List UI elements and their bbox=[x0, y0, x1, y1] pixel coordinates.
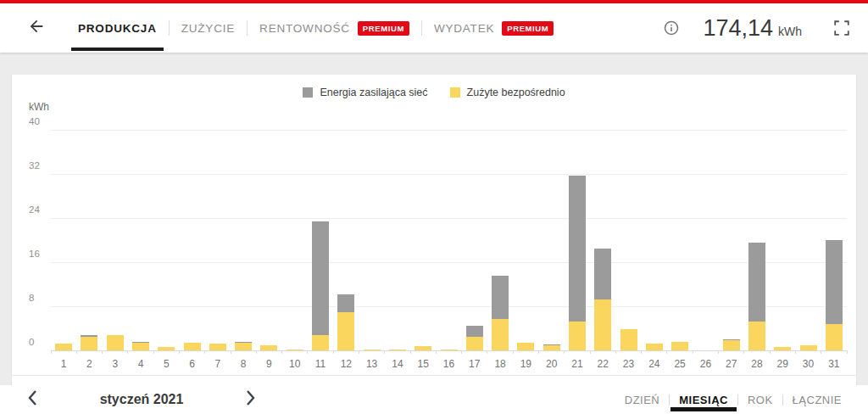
bar-grid-feed[interactable] bbox=[569, 176, 586, 322]
x-axis-label: 4 bbox=[128, 358, 153, 370]
fullscreen-icon[interactable] bbox=[832, 19, 851, 37]
bar-grid-feed[interactable] bbox=[466, 326, 483, 336]
x-axis-tick bbox=[615, 350, 616, 354]
bar-grid-feed[interactable] bbox=[312, 221, 329, 336]
bar-grid-feed[interactable] bbox=[492, 276, 509, 319]
x-axis-tick bbox=[204, 350, 205, 354]
x-axis-label: 31 bbox=[821, 358, 847, 370]
x-axis-tick bbox=[51, 350, 52, 354]
bar-direct-use[interactable] bbox=[312, 335, 329, 350]
x-axis-tick bbox=[564, 350, 565, 354]
y-axis-tick-label: 0 bbox=[29, 337, 34, 347]
bar-grid-feed[interactable] bbox=[337, 294, 354, 312]
x-axis-tick bbox=[513, 350, 514, 354]
bar-direct-use[interactable] bbox=[107, 335, 124, 350]
bar-direct-use[interactable] bbox=[209, 344, 226, 350]
x-axis-tick bbox=[307, 350, 308, 354]
bar-grid-feed[interactable] bbox=[543, 344, 560, 345]
bar-direct-use[interactable] bbox=[723, 340, 740, 350]
bar-direct-use[interactable] bbox=[287, 350, 303, 350]
x-axis-label: 8 bbox=[231, 358, 256, 370]
y-axis-tick-label: 40 bbox=[29, 116, 40, 126]
bar-direct-use[interactable] bbox=[337, 312, 354, 350]
period-tab-dzien[interactable]: DZIEŃ bbox=[615, 385, 670, 414]
header-tab-produkcja[interactable]: PRODUKCJA bbox=[66, 3, 169, 53]
period-tab-label: ŁĄCZNIE bbox=[793, 394, 842, 406]
bar-grid-feed[interactable] bbox=[826, 240, 843, 324]
bar-direct-use[interactable] bbox=[55, 344, 72, 350]
bar-grid-feed[interactable] bbox=[235, 342, 252, 343]
x-axis-label: 2 bbox=[76, 358, 102, 370]
bar-grid-feed[interactable] bbox=[748, 243, 765, 322]
y-axis-tick-label: 16 bbox=[29, 249, 40, 259]
bar-direct-use[interactable] bbox=[620, 329, 637, 350]
bar-direct-use[interactable] bbox=[826, 324, 843, 350]
bar-direct-use[interactable] bbox=[184, 343, 201, 350]
x-axis-tick bbox=[538, 350, 539, 354]
gridline bbox=[51, 174, 847, 175]
bar-direct-use[interactable] bbox=[81, 337, 97, 350]
y-axis-tick-label: 32 bbox=[29, 160, 40, 171]
bar-direct-use[interactable] bbox=[800, 345, 817, 351]
bar-direct-use[interactable] bbox=[671, 342, 688, 350]
bar-direct-use[interactable] bbox=[235, 343, 252, 350]
bar-direct-use[interactable] bbox=[132, 343, 149, 350]
header-tab-wydatek[interactable]: WYDATEK PREMIUM bbox=[422, 3, 565, 53]
next-month-button[interactable] bbox=[244, 388, 258, 411]
bar-direct-use[interactable] bbox=[441, 350, 458, 350]
bar-grid-feed[interactable] bbox=[132, 342, 149, 343]
x-axis-tick bbox=[281, 350, 282, 354]
card-bottom-divider bbox=[12, 375, 856, 376]
legend-item-direct-use[interactable]: Zużyte bezpośrednio bbox=[450, 87, 565, 98]
bar-direct-use[interactable] bbox=[158, 347, 175, 350]
legend-item-grid-feed[interactable]: Energia zasilająca sieć bbox=[303, 87, 427, 98]
bar-direct-use[interactable] bbox=[260, 345, 277, 351]
x-axis-label: 11 bbox=[308, 358, 333, 370]
tab-label: WYDATEK bbox=[434, 22, 494, 35]
premium-badge: PREMIUM bbox=[502, 21, 554, 36]
bar-grid-feed[interactable] bbox=[723, 339, 740, 340]
bar-direct-use[interactable] bbox=[543, 345, 560, 351]
x-axis-label: 7 bbox=[205, 358, 231, 370]
tab-label: ZUŻYCIE bbox=[181, 22, 235, 35]
bar-direct-use[interactable] bbox=[364, 350, 381, 350]
period-tab-miesiac[interactable]: MIESIĄC bbox=[670, 385, 737, 414]
x-axis-tick bbox=[590, 350, 591, 354]
x-axis-label: 28 bbox=[744, 358, 770, 370]
footer-toolbar: styczeń 2021 DZIEŃ MIESIĄC ROK ŁĄCZNIE bbox=[0, 385, 868, 414]
info-icon[interactable] bbox=[664, 20, 679, 36]
bar-direct-use[interactable] bbox=[646, 344, 663, 350]
x-axis-tick bbox=[231, 350, 231, 354]
back-button[interactable] bbox=[27, 17, 46, 39]
x-axis-label: 14 bbox=[385, 358, 410, 370]
bar-direct-use[interactable] bbox=[774, 347, 791, 350]
bar-grid-feed[interactable] bbox=[594, 249, 611, 299]
bar-direct-use[interactable] bbox=[594, 299, 611, 350]
bar-direct-use[interactable] bbox=[492, 319, 509, 350]
header-tab-zuzycie[interactable]: ZUŻYCIE bbox=[170, 3, 247, 53]
header-tab-rentownosc[interactable]: RENTOWNOŚĆ PREMIUM bbox=[248, 3, 421, 53]
x-axis-tick bbox=[821, 350, 821, 354]
total-production: 174,14 kWh bbox=[703, 15, 802, 42]
tab-label: RENTOWNOŚĆ bbox=[259, 22, 350, 35]
bar-direct-use[interactable] bbox=[748, 322, 765, 350]
x-axis-label: 22 bbox=[590, 358, 615, 370]
period-tab-rok[interactable]: ROK bbox=[738, 385, 782, 414]
bar-direct-use[interactable] bbox=[466, 337, 483, 350]
bar-direct-use[interactable] bbox=[415, 346, 431, 350]
period-tab-lacznie[interactable]: ŁĄCZNIE bbox=[783, 385, 851, 414]
x-axis-tick bbox=[743, 350, 744, 354]
previous-month-button[interactable] bbox=[25, 388, 39, 411]
bar-direct-use[interactable] bbox=[389, 350, 406, 350]
bar-direct-use[interactable] bbox=[569, 322, 586, 350]
x-axis-label: 26 bbox=[693, 358, 718, 370]
bar-direct-use[interactable] bbox=[517, 343, 534, 350]
x-axis-label: 13 bbox=[359, 358, 384, 370]
x-axis-label: 21 bbox=[565, 358, 590, 370]
month-label: styczeń 2021 bbox=[100, 392, 184, 407]
x-axis-label: 23 bbox=[615, 358, 641, 370]
x-axis-label: 1 bbox=[51, 358, 76, 370]
x-axis-tick bbox=[847, 350, 848, 354]
bar-grid-feed[interactable] bbox=[81, 335, 97, 337]
legend-swatch bbox=[303, 87, 313, 98]
